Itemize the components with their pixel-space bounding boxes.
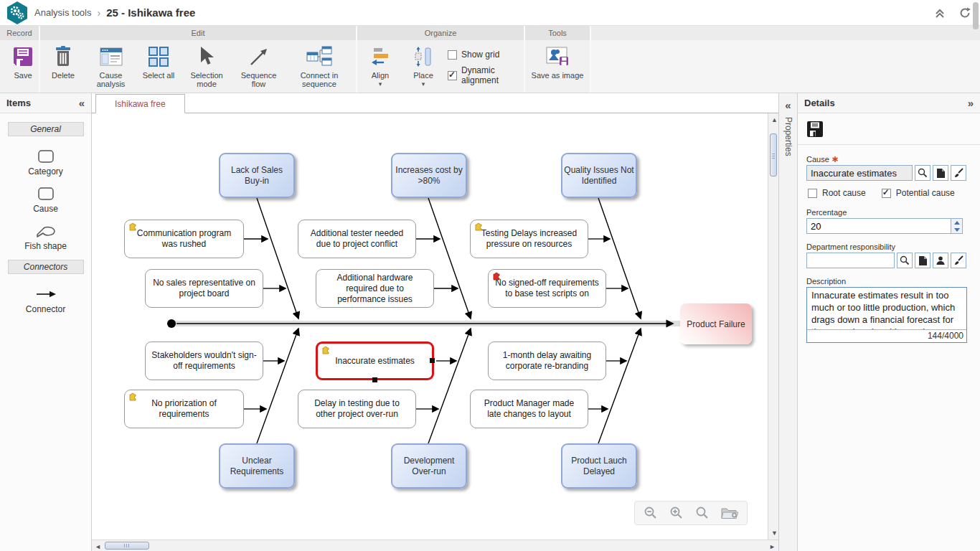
show-grid-label: Show grid bbox=[461, 50, 499, 60]
root-cause-checkbox-row[interactable]: Root cause bbox=[808, 188, 866, 198]
cause-text: No signed-off requirements to base test … bbox=[494, 278, 600, 299]
tab-ishikawa-free[interactable]: Ishikawa free bbox=[95, 94, 185, 113]
cause-box[interactable]: Delay in testing due to other project ov… bbox=[298, 390, 416, 428]
connect-in-sequence-button[interactable]: Connect in sequence bbox=[287, 44, 352, 88]
effect-box[interactable]: Product Failure bbox=[680, 303, 752, 344]
scroll-down-icon[interactable]: ▼ bbox=[771, 529, 778, 537]
refresh-icon[interactable] bbox=[958, 6, 971, 19]
show-grid-checkbox-row[interactable]: Show grid bbox=[448, 50, 519, 60]
potential-cause-checkbox[interactable] bbox=[882, 189, 891, 198]
cause-box[interactable]: Communication program was rushed bbox=[124, 220, 244, 258]
select-all-label: Select all bbox=[143, 71, 175, 80]
department-brush-button[interactable] bbox=[951, 253, 966, 268]
details-panel-header: Details » bbox=[798, 93, 980, 113]
potential-cause-label: Potential cause bbox=[896, 188, 955, 198]
delete-button[interactable]: Delete bbox=[44, 44, 82, 80]
description-field[interactable]: Innacurate estimates result in too much … bbox=[806, 287, 967, 343]
puzzle-icon bbox=[321, 345, 331, 357]
selection-handle-right[interactable] bbox=[430, 358, 435, 363]
save-button[interactable]: Save bbox=[4, 44, 42, 80]
diagram-canvas[interactable]: Lack of Sales Buy-in Increases cost by >… bbox=[92, 113, 768, 540]
cause-field-label: Cause bbox=[806, 155, 829, 164]
properties-collapse-icon[interactable]: « bbox=[785, 99, 791, 111]
select-all-button[interactable]: Select all bbox=[140, 44, 177, 80]
cause-input[interactable] bbox=[806, 165, 913, 181]
description-text[interactable]: Innacurate estimates result in too much … bbox=[807, 288, 966, 329]
cause-box[interactable]: 1-month delay awaiting corporate re-bran… bbox=[488, 342, 606, 380]
category-box[interactable]: Unclear Requirements bbox=[219, 443, 295, 489]
cause-search-button[interactable] bbox=[915, 165, 930, 181]
place-button[interactable]: Place ▾ bbox=[405, 44, 442, 88]
cause-box[interactable]: No priorization of requirements bbox=[124, 390, 244, 428]
selection-mode-button[interactable]: Selection mode bbox=[183, 44, 230, 88]
vertical-scroll-thumb[interactable] bbox=[770, 133, 777, 176]
scroll-up-icon[interactable]: ▲ bbox=[771, 116, 778, 123]
align-button[interactable]: Align ▾ bbox=[362, 44, 399, 88]
horizontal-scroll-thumb[interactable] bbox=[105, 542, 149, 550]
category-box[interactable]: Quality Issues Not Identified bbox=[561, 153, 637, 198]
category-box[interactable]: Lack of Sales Buy-in bbox=[219, 153, 295, 198]
department-person-button[interactable] bbox=[933, 253, 948, 268]
sidebar-item-connector[interactable]: Connector bbox=[0, 284, 91, 314]
details-collapse-icon[interactable]: » bbox=[968, 97, 974, 109]
sidebar-item-category-label: Category bbox=[28, 166, 63, 176]
sequence-flow-button[interactable]: Sequence flow bbox=[236, 44, 281, 88]
scroll-right-icon[interactable]: ► bbox=[769, 543, 776, 550]
sidebar-item-fish-shape[interactable]: Fish shape bbox=[0, 221, 91, 251]
items-collapse-icon[interactable]: « bbox=[79, 97, 85, 109]
ribbon: Record Save Edit bbox=[0, 26, 980, 93]
department-search-button[interactable] bbox=[897, 253, 913, 268]
place-dropdown-caret-icon[interactable]: ▾ bbox=[422, 80, 425, 88]
breadcrumb[interactable]: Analysis tools bbox=[34, 7, 91, 18]
scroll-left-icon[interactable]: ◄ bbox=[95, 543, 101, 550]
save-as-image-button[interactable]: Save as image bbox=[532, 44, 584, 80]
cause-box[interactable]: Additional tester needed due to project … bbox=[298, 220, 416, 258]
align-dropdown-caret-icon[interactable]: ▾ bbox=[379, 80, 382, 88]
ribbon-group-tools-label: Tools bbox=[525, 26, 590, 40]
percentage-spinner[interactable] bbox=[951, 219, 962, 233]
dynamic-alignment-checkbox-row[interactable]: Dynamic alignment bbox=[448, 65, 519, 85]
category-box[interactable]: Product Lauch Delayed bbox=[561, 443, 637, 489]
items-title: Items bbox=[6, 98, 31, 108]
cause-analysis-icon bbox=[100, 44, 123, 70]
collapse-ribbon-icon[interactable] bbox=[934, 7, 946, 19]
spinner-up-icon[interactable] bbox=[951, 219, 962, 226]
zoom-in-icon[interactable] bbox=[669, 506, 684, 520]
root-cause-checkbox[interactable] bbox=[808, 189, 817, 198]
sidebar-item-cause[interactable]: Cause bbox=[0, 184, 91, 214]
percentage-stepper[interactable] bbox=[806, 218, 963, 234]
category-box[interactable]: Increases cost by >80% bbox=[391, 153, 467, 198]
selection-mode-icon bbox=[198, 44, 215, 70]
selection-handle-bottom[interactable] bbox=[372, 377, 377, 382]
export-folder-icon[interactable] bbox=[721, 506, 738, 520]
cause-brush-button[interactable] bbox=[951, 165, 966, 181]
department-input[interactable] bbox=[806, 253, 895, 268]
zoom-out-icon[interactable] bbox=[644, 506, 658, 520]
cause-analysis-button[interactable]: Cause analysis bbox=[88, 44, 134, 88]
spinner-down-icon[interactable] bbox=[951, 226, 962, 233]
department-document-button[interactable] bbox=[915, 253, 930, 268]
cause-box-selected[interactable]: Inaccurate estimates bbox=[316, 342, 434, 380]
cause-box[interactable]: No signed-off requirements to base test … bbox=[488, 269, 606, 308]
description-scroll-thumb[interactable] bbox=[973, 2, 979, 29]
details-save-icon[interactable] bbox=[806, 121, 824, 138]
canvas-vertical-scrollbar[interactable]: ▲ ▼ bbox=[768, 113, 778, 540]
dynamic-alignment-checkbox[interactable] bbox=[448, 71, 457, 80]
cause-box[interactable]: Stakeholders wouldn't sign-off requireme… bbox=[145, 342, 263, 380]
cause-document-button[interactable] bbox=[933, 165, 948, 181]
canvas-horizontal-scrollbar[interactable]: ◄ ► bbox=[92, 540, 778, 551]
category-box[interactable]: Development Over-run bbox=[391, 443, 467, 489]
sidebar-item-category[interactable]: Category bbox=[0, 146, 91, 176]
zoom-search-icon[interactable] bbox=[695, 506, 710, 520]
percentage-input[interactable] bbox=[807, 219, 951, 233]
fish-shape-icon bbox=[35, 221, 57, 241]
cause-box[interactable]: Additional hardware required due to perf… bbox=[316, 269, 434, 308]
potential-cause-checkbox-row[interactable]: Potential cause bbox=[882, 188, 955, 198]
ribbon-group-organize: Organize Align ▾ bbox=[357, 26, 525, 93]
properties-strip[interactable]: « Properties bbox=[778, 93, 798, 551]
cause-box[interactable]: Product Manager made late changes to lay… bbox=[470, 390, 588, 428]
cause-box[interactable]: No sales representative on project board bbox=[145, 269, 263, 308]
canvas-column: Ishikawa free bbox=[92, 93, 778, 551]
show-grid-checkbox[interactable] bbox=[448, 50, 457, 60]
cause-box[interactable]: Testing Delays increased pressure on res… bbox=[470, 220, 588, 258]
